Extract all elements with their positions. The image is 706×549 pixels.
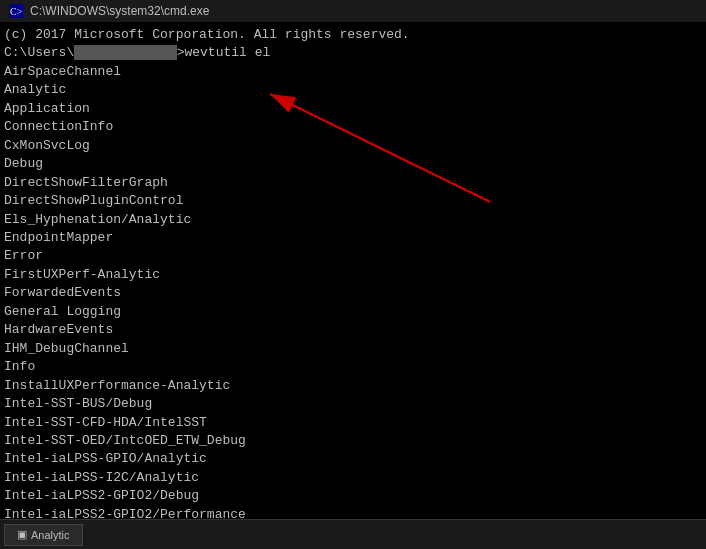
taskbar-button-icon: ▣ <box>17 528 27 541</box>
terminal-line: FirstUXPerf-Analytic <box>4 266 702 284</box>
terminal-line: Intel-iaLPSS-GPIO/Analytic <box>4 450 702 468</box>
title-bar-text: C:\WINDOWS\system32\cmd.exe <box>30 4 209 18</box>
terminal-line: Intel-SST-BUS/Debug <box>4 395 702 413</box>
taskbar-button-label: Analytic <box>31 529 70 541</box>
terminal-line: (c) 2017 Microsoft Corporation. All righ… <box>4 26 702 44</box>
svg-text:C>: C> <box>10 6 23 17</box>
title-bar: C> C:\WINDOWS\system32\cmd.exe <box>0 0 706 22</box>
terminal-line: Intel-SST-CFD-HDA/IntelSST <box>4 414 702 432</box>
terminal-line: DirectShowFilterGraph <box>4 174 702 192</box>
terminal-line: C:\Users\ >wevtutil el <box>4 44 702 62</box>
terminal-line: InstallUXPerformance-Analytic <box>4 377 702 395</box>
terminal-line: CxMonSvcLog <box>4 137 702 155</box>
terminal-line: EndpointMapper <box>4 229 702 247</box>
taskbar: ▣ Analytic <box>0 519 706 549</box>
terminal-line: Error <box>4 247 702 265</box>
taskbar-button[interactable]: ▣ Analytic <box>4 524 83 546</box>
terminal-line: IHM_DebugChannel <box>4 340 702 358</box>
terminal-line: Info <box>4 358 702 376</box>
terminal-line: Analytic <box>4 81 702 99</box>
terminal-line: Debug <box>4 155 702 173</box>
terminal-line: DirectShowPluginControl <box>4 192 702 210</box>
terminal-line: Intel-SST-OED/IntcOED_ETW_Debug <box>4 432 702 450</box>
terminal-line: ConnectionInfo <box>4 118 702 136</box>
terminal-line: Intel-iaLPSS-I2C/Analytic <box>4 469 702 487</box>
terminal-line: ForwardedEvents <box>4 284 702 302</box>
cmd-icon: C> <box>8 3 24 19</box>
terminal-line: AirSpaceChannel <box>4 63 702 81</box>
terminal-line: Els_Hyphenation/Analytic <box>4 211 702 229</box>
terminal-line: HardwareEvents <box>4 321 702 339</box>
terminal-line: Intel-iaLPSS2-GPIO2/Debug <box>4 487 702 505</box>
terminal[interactable]: (c) 2017 Microsoft Corporation. All righ… <box>0 22 706 549</box>
terminal-line: General Logging <box>4 303 702 321</box>
terminal-line: Application <box>4 100 702 118</box>
